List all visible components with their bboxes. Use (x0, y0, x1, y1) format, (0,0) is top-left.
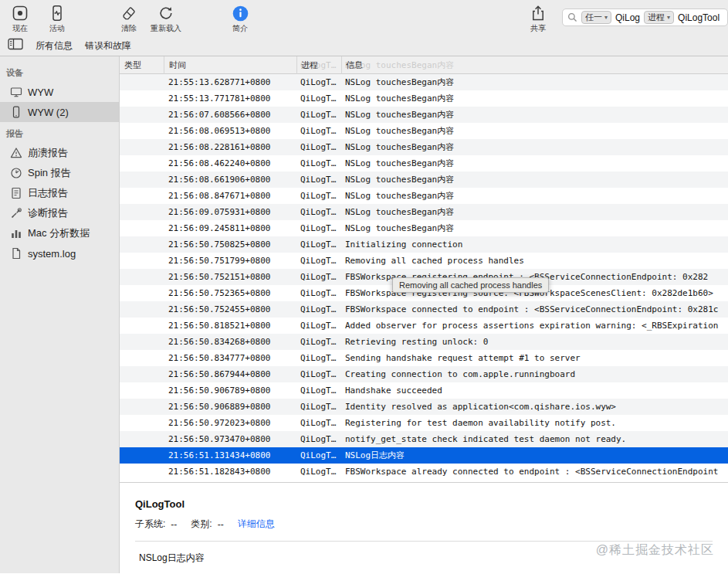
search-term[interactable]: QiLogTool (678, 12, 720, 23)
filter-all-messages[interactable]: 所有信息 (36, 39, 73, 53)
clear-button[interactable]: 清除 (110, 4, 147, 34)
search-tokens: 任一▾QiLog进程▾QiLogTool (581, 11, 720, 24)
sidebar-toggle-button[interactable] (8, 38, 23, 53)
cell-process: QiLogT… (296, 191, 341, 201)
log-row[interactable]: 21:56:09.075931+0800QiLogT…NSLog touches… (120, 204, 728, 220)
log-row[interactable]: 21:56:08.069513+0800QiLogT…NSLog touches… (120, 123, 728, 139)
chevron-down-icon: ▾ (667, 15, 670, 21)
cell-time: 21:56:07.608566+0800 (164, 110, 296, 120)
cell-message: FBSWorkspace already connected to endpoi… (341, 467, 728, 477)
cell-time: 21:56:50.752151+0800 (164, 272, 296, 282)
log-row[interactable]: 21:56:08.228161+0800QiLogT…NSLog touches… (120, 139, 728, 155)
sidebar-item-label: 日志报告 (28, 186, 68, 200)
subsystem-label: 子系统: (135, 518, 165, 531)
log-row[interactable]: 21:56:50.834777+0800QiLogT…Sending hands… (120, 350, 728, 366)
column-header-time[interactable]: 时间 (164, 56, 296, 74)
log-row[interactable]: 21:55:13.628771+0800QiLogT…NSLog touches… (120, 74, 728, 90)
share-button[interactable]: 共享 (520, 4, 557, 34)
log-row[interactable]: 21:56:50.751799+0800QiLogT…Removing all … (120, 253, 728, 269)
chart-icon (10, 227, 22, 239)
tooltip: Removing all cached process handles (392, 277, 549, 293)
reload-button[interactable]: 重新载入 (147, 4, 185, 34)
log-row[interactable]: 21:56:08.661906+0800QiLogT…NSLog touches… (120, 172, 728, 188)
share-icon (530, 4, 547, 22)
cell-message: Retrieving resting unlock: 0 (341, 337, 728, 347)
log-row[interactable]: 21:56:09.245811+0800QiLogT…NSLog touches… (120, 220, 728, 236)
sidebar-item-label: Spin 报告 (28, 166, 71, 180)
sidebar-section-reports: 报告 (0, 122, 119, 143)
search-icon (567, 12, 577, 22)
log-row[interactable]: 21:56:50.867944+0800QiLogT…Creating conn… (120, 366, 728, 382)
cell-process: QiLogT… (296, 272, 341, 282)
cell-time: 21:56:50.972023+0800 (164, 418, 296, 428)
search-filter-token[interactable]: 任一▾ (581, 11, 611, 24)
cell-process: QiLogT… (296, 418, 341, 428)
cell-time: 21:56:50.751799+0800 (164, 256, 296, 266)
sidebar-item-spin[interactable]: Spin 报告 (0, 163, 119, 183)
filter-errors-faults[interactable]: 错误和故障 (85, 39, 131, 53)
search-term[interactable]: QiLog (615, 12, 640, 23)
cell-message: notify_get_state check indicated test da… (341, 434, 728, 444)
search-filter-token[interactable]: 进程▾ (644, 11, 674, 24)
column-header-type[interactable]: 类型 (120, 56, 164, 74)
category-value: -- (218, 519, 224, 530)
log-row[interactable]: 21:56:50.750825+0800QiLogT…Initializing … (120, 236, 728, 253)
device-list: WYWWYW (2) (0, 82, 119, 122)
search-field[interactable]: 任一▾QiLog进程▾QiLogTool (562, 8, 728, 26)
column-header-process[interactable]: 进程 (296, 56, 341, 74)
log-row[interactable]: 21:56:50.752455+0800QiLogT…FBSWorkspace … (120, 301, 728, 318)
cell-time: 21:56:08.069513+0800 (164, 126, 296, 136)
table-header: 类型 时间 进程 信息 (120, 56, 728, 74)
activity-label: 活动 (49, 23, 65, 34)
activity-button[interactable]: 活动 (39, 4, 76, 34)
cell-process: QiLogT… (296, 402, 341, 412)
log-row[interactable]: 21:56:50.906889+0800QiLogT…Identity reso… (120, 399, 728, 415)
log-row[interactable]: 21:56:08.462240+0800QiLogT…NSLog touches… (120, 155, 728, 172)
cell-message: NSLog touchesBegan内容 (341, 109, 728, 121)
cell-message: NSLog touchesBegan内容 (341, 76, 728, 88)
cell-message: Handshake succeeded (341, 385, 728, 396)
watermark: @稀土掘金技术社区 (596, 542, 714, 559)
cell-time: 21:56:50.818521+0800 (164, 321, 296, 331)
log-row[interactable]: 21:56:51.131434+0800QiLogT…NSLog日志内容 (120, 447, 728, 464)
sidebar-item-display[interactable]: WYW (0, 82, 119, 102)
sidebar-item-logdoc[interactable]: 日志报告 (0, 183, 119, 203)
cell-process: QiLogT… (296, 223, 341, 233)
cell-message: Sending handshake request attempt #1 to … (341, 353, 728, 363)
log-row[interactable]: 21:56:50.906789+0800QiLogT…Handshake suc… (120, 382, 728, 399)
details-link[interactable]: 详细信息 (238, 518, 275, 531)
log-row[interactable]: 21:56:50.818521+0800QiLogT…Added observe… (120, 318, 728, 334)
console-window: 现在 活动 清除 重新载入 简介 (0, 0, 728, 574)
sidebar-item-chart[interactable]: Mac 分析数据 (0, 223, 119, 243)
main-area: QiLogT…NSLog touchesBegan内容 类型 时间 进程 信息 … (120, 56, 728, 573)
cell-time: 21:55:13.628771+0800 (164, 77, 296, 87)
sidebar-item-iphone[interactable]: WYW (2) (0, 102, 119, 122)
cell-process: QiLogT… (296, 110, 341, 120)
display-icon (10, 86, 22, 98)
cell-process: QiLogT… (296, 142, 341, 152)
log-row[interactable]: 21:56:50.972023+0800QiLogT…Registering f… (120, 415, 728, 431)
sidebar-toggle-icon (8, 38, 23, 53)
log-row[interactable]: 21:56:50.834268+0800QiLogT…Retrieving re… (120, 334, 728, 350)
wrench-icon (10, 207, 22, 219)
log-row[interactable]: 21:55:13.771781+0800QiLogT…NSLog touches… (120, 90, 728, 107)
chevron-down-icon: ▾ (604, 15, 608, 21)
info-button[interactable]: 简介 (222, 4, 259, 34)
log-row[interactable]: 21:56:07.608566+0800QiLogT…NSLog touches… (120, 107, 728, 123)
now-button[interactable]: 现在 (2, 4, 39, 34)
cell-message: NSLog touchesBegan内容 (341, 190, 728, 202)
log-row[interactable]: 21:56:50.973470+0800QiLogT…notify_get_st… (120, 431, 728, 447)
sidebar-item-warning[interactable]: 崩溃报告 (0, 143, 119, 163)
cell-time: 21:56:51.182843+0800 (164, 467, 296, 477)
log-row[interactable]: 21:56:08.847671+0800QiLogT…NSLog touches… (120, 188, 728, 204)
cell-process: QiLogT… (296, 321, 341, 331)
activity-icon (49, 4, 66, 22)
cell-time: 21:56:09.245811+0800 (164, 223, 296, 233)
sidebar-item-label: Mac 分析数据 (28, 226, 90, 240)
sidebar-item-doc[interactable]: system.log (0, 243, 119, 263)
column-header-message[interactable]: 信息 (341, 56, 728, 74)
cell-process: QiLogT… (296, 288, 341, 298)
log-row[interactable]: 21:56:51.182843+0800QiLogT…FBSWorkspace … (120, 464, 728, 480)
cell-process: QiLogT… (296, 239, 341, 250)
sidebar-item-wrench[interactable]: 诊断报告 (0, 203, 119, 223)
